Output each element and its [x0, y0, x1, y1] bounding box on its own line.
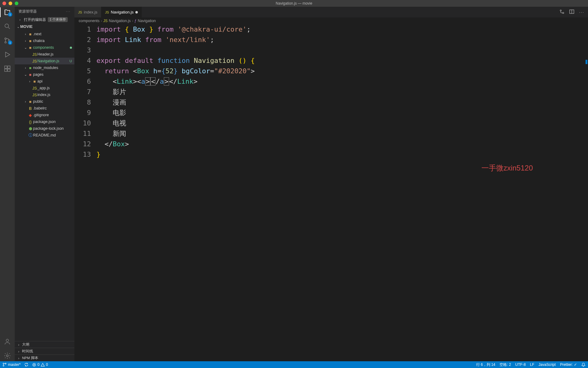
- tree-item[interactable]: ›■api: [15, 78, 74, 85]
- indentation-status[interactable]: 空格: 2: [499, 362, 511, 367]
- tree-item[interactable]: ⌄■components: [15, 44, 74, 51]
- tree-chevron-icon: ›: [23, 39, 28, 43]
- source-control-icon[interactable]: 1: [4, 37, 11, 44]
- js-file-icon: JS: [32, 86, 37, 90]
- accounts-icon[interactable]: [4, 338, 11, 345]
- explorer-icon[interactable]: 1: [4, 9, 11, 16]
- tab-label: index.js: [84, 10, 97, 14]
- folder-icon: ■: [28, 32, 33, 36]
- tree-item[interactable]: B.babelrc: [15, 105, 74, 112]
- tree-item[interactable]: ⌄■pages: [15, 71, 74, 78]
- more-actions-icon[interactable]: ···: [579, 10, 584, 14]
- eol-status[interactable]: LF: [530, 362, 534, 367]
- project-root[interactable]: ⌄ MOVIE: [15, 23, 74, 30]
- tree-label: Navigation.js: [37, 59, 70, 63]
- tree-item[interactable]: ◆.gitignore: [15, 112, 74, 118]
- tree-chevron-icon: ⌄: [23, 46, 28, 50]
- tree-label: package.json: [33, 120, 72, 124]
- svg-point-0: [5, 24, 9, 28]
- tree-label: _app.js: [37, 86, 72, 90]
- tree-label: .gitignore: [33, 113, 72, 117]
- editor-tab[interactable]: JSindex.js: [74, 7, 101, 17]
- breadcrumb-item[interactable]: Navigation.js: [109, 19, 131, 23]
- tree-label: .babelrc: [33, 106, 72, 110]
- svg-point-14: [3, 365, 4, 366]
- editor-tabs: JSindex.jsJSNavigation.js ···: [74, 7, 588, 17]
- sidebar-collapsible-section[interactable]: ›大纲: [15, 341, 74, 348]
- tree-item[interactable]: ›■chakra: [15, 37, 74, 44]
- tree-item[interactable]: ›■.next: [15, 31, 74, 37]
- breadcrumbs[interactable]: components › JS Navigation.js › ƒ Naviga…: [74, 17, 588, 24]
- tree-item[interactable]: ›■public: [15, 98, 74, 105]
- maximize-window-button[interactable]: [15, 2, 18, 5]
- close-window-button[interactable]: [2, 2, 6, 5]
- split-editor-icon[interactable]: [569, 9, 574, 15]
- editor-area: JSindex.jsJSNavigation.js ··· components…: [74, 7, 588, 361]
- svg-point-1: [5, 38, 6, 40]
- tree-item[interactable]: JSindex.js: [15, 91, 74, 98]
- tree-label: chakra: [33, 39, 72, 43]
- svg-rect-7: [8, 69, 10, 71]
- problems-status[interactable]: 0 0: [32, 362, 48, 367]
- sidebar-more-icon[interactable]: ···: [66, 10, 71, 13]
- minimize-window-button[interactable]: [9, 2, 12, 5]
- git-branch-status[interactable]: master*: [2, 362, 21, 367]
- tree-item[interactable]: JSHeader.js: [15, 51, 74, 58]
- svg-point-11: [563, 12, 564, 13]
- dirty-indicator-icon: [135, 11, 138, 13]
- breadcrumb-item[interactable]: Navigation: [138, 19, 156, 23]
- notifications-icon[interactable]: [581, 362, 586, 367]
- breadcrumb-item[interactable]: components: [79, 19, 100, 23]
- minimap-indicator: [586, 60, 587, 64]
- sidebar-collapsible-section[interactable]: ›NPM 脚本: [15, 355, 74, 361]
- svg-point-10: [560, 10, 561, 11]
- tree-item[interactable]: JSNavigation.jsU: [15, 58, 74, 64]
- folder-icon: ■: [28, 99, 33, 104]
- run-debug-icon[interactable]: [4, 51, 11, 58]
- window-title: Navigation.js — movie: [276, 1, 312, 6]
- section-label: 时间线: [22, 349, 33, 354]
- language-mode-status[interactable]: JavaScript: [539, 362, 556, 367]
- babel-file-icon: B: [28, 106, 33, 111]
- compare-changes-icon[interactable]: [560, 9, 564, 15]
- chevron-right-icon: ›: [17, 356, 21, 360]
- tree-item[interactable]: JS_app.js: [15, 85, 74, 91]
- tab-label: Navigation.js: [111, 10, 134, 14]
- search-icon[interactable]: [4, 23, 11, 30]
- tree-item[interactable]: ›■node_modules: [15, 64, 74, 71]
- code-editor[interactable]: 1234 5678 910111213 import { Box } from …: [74, 24, 588, 361]
- editor-tab[interactable]: JSNavigation.js: [101, 7, 142, 17]
- prettier-status[interactable]: Prettier: ✓: [560, 362, 577, 367]
- scm-badge: 1: [8, 40, 12, 45]
- tree-label: components: [33, 45, 72, 50]
- encoding-status[interactable]: UTF-8: [515, 362, 526, 367]
- folder-icon: ■: [28, 39, 33, 43]
- tree-item[interactable]: ⬢package-lock.json: [15, 125, 74, 132]
- sync-status[interactable]: [24, 362, 28, 367]
- git-status-badge: U: [70, 59, 72, 63]
- tree-label: public: [33, 99, 72, 104]
- chevron-right-icon: ›: [132, 19, 133, 23]
- svg-point-9: [6, 355, 8, 357]
- tree-label: pages: [33, 72, 72, 77]
- tree-label: node_modules: [33, 66, 72, 70]
- code-content[interactable]: import { Box } from '@chakra-ui/core'; i…: [96, 24, 588, 361]
- svg-point-8: [6, 339, 9, 342]
- section-label: 大纲: [22, 342, 29, 347]
- js-file-icon: JS: [103, 19, 107, 23]
- sidebar-collapsible-section[interactable]: ›时间线: [15, 348, 74, 355]
- settings-gear-icon[interactable]: [4, 352, 11, 359]
- sidebar: 资源管理器 ··· › 打开的编辑器 1 个未保存 ⌄ MOVIE ›■.nex…: [15, 7, 74, 361]
- js-file-icon: JS: [105, 10, 109, 14]
- extensions-icon[interactable]: [4, 65, 11, 72]
- tree-chevron-icon: ›: [23, 100, 28, 103]
- tree-item[interactable]: ⓘREADME.md: [15, 132, 74, 139]
- open-editors-section[interactable]: › 打开的编辑器 1 个未保存: [15, 16, 74, 23]
- folder-icon: ■: [28, 45, 33, 50]
- chevron-down-icon: ⌄: [16, 25, 20, 29]
- titlebar: Navigation.js — movie: [0, 0, 588, 7]
- cursor-position-status[interactable]: 行 6，列 14: [476, 362, 496, 367]
- js-file-icon: JS: [32, 93, 37, 97]
- tree-item[interactable]: {}package.json: [15, 118, 74, 125]
- project-name: MOVIE: [20, 25, 72, 29]
